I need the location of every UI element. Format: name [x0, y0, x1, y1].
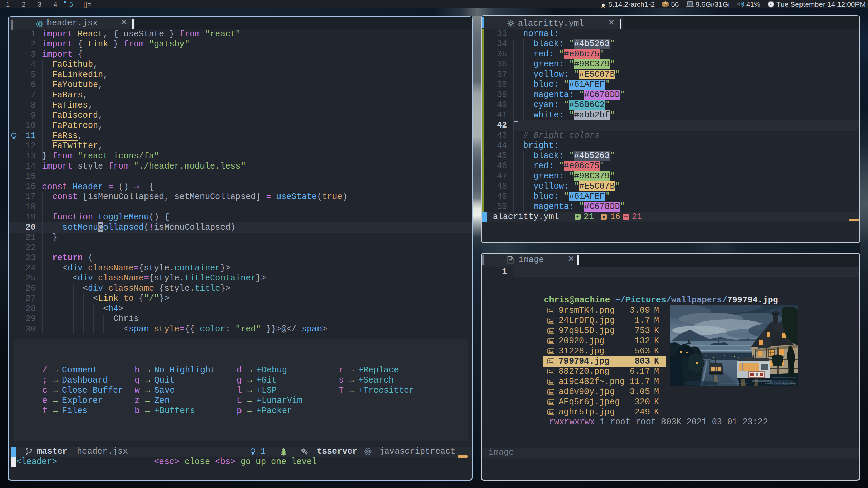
svg-text:www.DesktopBackground.org: www.DesktopBackground.org — [764, 382, 796, 385]
